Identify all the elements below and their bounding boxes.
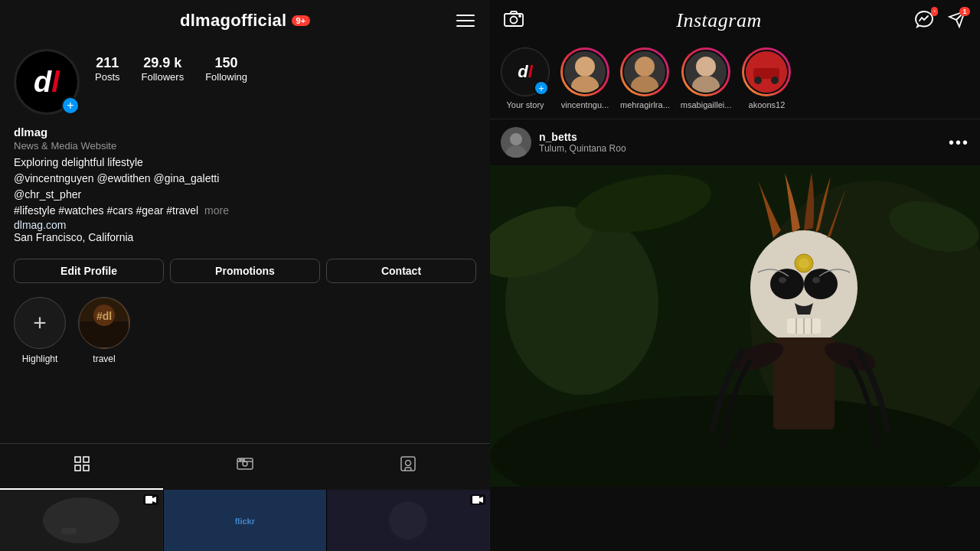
post-avatar (501, 127, 531, 158)
story-label-2: mehragirlra... (620, 100, 670, 109)
profile-name: dlmag (14, 126, 476, 139)
bio-tags: #lifestyle #watches #cars #gear #travel … (14, 203, 476, 219)
svg-point-11 (240, 459, 241, 461)
messenger-icon[interactable]: · (914, 10, 934, 31)
tab-grid[interactable] (0, 444, 163, 490)
followers-stat[interactable]: 29.9 k Followers (142, 55, 185, 83)
following-stat[interactable]: 150 Following (205, 55, 247, 83)
story-item-3[interactable]: msabigaillei... (681, 47, 732, 109)
story-item-2[interactable]: mehragirlra... (620, 47, 670, 109)
svg-point-34 (575, 57, 595, 77)
svg-point-19 (43, 497, 119, 543)
bio-more[interactable]: more (204, 204, 229, 217)
video-icon-2 (470, 494, 485, 505)
thumb-1[interactable] (0, 490, 163, 551)
story-avatar-2 (620, 47, 669, 96)
story-avatar-3 (681, 47, 730, 96)
svg-point-30 (511, 17, 518, 24)
travel-highlight-circle: #dl (78, 297, 130, 349)
thumb-2[interactable]: flickr (163, 490, 327, 551)
svg-line-16 (411, 468, 412, 471)
svg-rect-5 (83, 457, 89, 462)
story-item-4[interactable]: akoons12 (742, 47, 791, 109)
svg-line-15 (405, 468, 406, 471)
bio-section: dlmag News & Media Website Exploring del… (0, 126, 490, 253)
post-image-svg (490, 165, 980, 487)
svg-point-31 (519, 15, 521, 17)
add-highlight-item[interactable]: + Highlight (14, 297, 66, 364)
bio-location: San Francisco, California (14, 231, 476, 243)
tab-tagged[interactable] (327, 444, 490, 490)
stories-row: dl + Your story vincentngu... (490, 41, 980, 119)
your-story-label: Your story (506, 100, 544, 109)
followers-count: 29.9 k (143, 55, 181, 71)
right-header: Instagram · 1 (490, 0, 980, 41)
svg-point-35 (571, 76, 599, 93)
edit-profile-button[interactable]: Edit Profile (14, 259, 164, 283)
svg-point-64 (799, 258, 809, 269)
svg-marker-28 (479, 497, 483, 503)
bio-link[interactable]: dlmag.com (14, 219, 476, 231)
svg-rect-21 (145, 496, 152, 504)
post-header: n_betts Tulum, Quintana Roo ••• (490, 119, 980, 165)
svg-rect-27 (472, 496, 479, 504)
avatar-wrapper: dl + (14, 49, 80, 115)
following-count: 150 (215, 55, 238, 71)
story-avatar-1 (560, 47, 609, 96)
post-location: Tulum, Quintana Roo (539, 143, 626, 154)
svg-point-26 (389, 501, 427, 540)
story-avatar-4 (742, 47, 791, 96)
svg-rect-13 (401, 457, 415, 471)
post-username: n_betts (539, 131, 626, 143)
add-highlight-circle: + (14, 297, 66, 349)
post-more-button[interactable]: ••• (949, 134, 969, 152)
travel-highlight-image: #dl (80, 298, 129, 347)
bio-line1: Exploring delightful lifestyle (14, 155, 476, 171)
svg-point-56 (804, 269, 838, 299)
profile-username: dlmagofficial (180, 11, 287, 31)
svg-point-58 (812, 277, 820, 283)
contact-button[interactable]: Contact (326, 259, 476, 283)
story-label-3: msabigaillei... (681, 100, 732, 109)
tab-reels[interactable] (163, 444, 326, 490)
grid-icon (73, 455, 91, 478)
app-title: Instagram (676, 9, 761, 32)
story-item-1[interactable]: vincentngu... (560, 47, 609, 109)
post-user-info: n_betts Tulum, Quintana Roo (501, 127, 626, 158)
travel-highlight-item[interactable]: #dl travel (78, 297, 130, 364)
posts-label: Posts (95, 71, 120, 83)
reels-icon (236, 455, 254, 478)
highlight-label: Highlight (22, 354, 58, 364)
action-buttons: Edit Profile Promotions Contact (0, 253, 490, 294)
video-icon (143, 494, 158, 505)
right-panel: Instagram · 1 dl (490, 0, 980, 551)
header-icons: · 1 (914, 10, 966, 31)
svg-rect-4 (75, 457, 80, 462)
profile-section: dl + 211 Posts 29.9 k Followers 150 Foll… (0, 41, 490, 126)
send-icon[interactable]: 1 (948, 10, 966, 31)
camera-icon[interactable] (504, 10, 524, 31)
left-header: dlmagofficial 9+ (0, 0, 490, 41)
svg-point-36 (635, 57, 655, 77)
send-badge: 1 (959, 7, 970, 16)
thumb-3[interactable] (326, 490, 490, 551)
story-item-your[interactable]: dl + Your story (501, 47, 550, 109)
svg-point-57 (779, 277, 786, 283)
svg-text:flickr: flickr (234, 517, 255, 526)
svg-point-55 (770, 269, 804, 299)
bio-line3: @chr_st_pher (14, 187, 476, 203)
menu-button[interactable] (456, 15, 475, 27)
add-story-button[interactable]: + (61, 96, 80, 115)
stats-section: 211 Posts 29.9 k Followers 150 Following (95, 49, 476, 83)
svg-point-42 (754, 77, 762, 84)
svg-rect-20 (61, 528, 77, 534)
svg-point-9 (243, 461, 247, 466)
promotions-button[interactable]: Promotions (170, 259, 320, 283)
tab-bar (0, 443, 490, 490)
travel-label: travel (93, 354, 115, 364)
svg-point-14 (406, 461, 411, 466)
photo-grid-preview: flickr (0, 490, 490, 551)
bio-line2: @vincentnguyen @ewdithen @gina_galetti (14, 171, 476, 187)
your-story-avatar: dl + (501, 47, 550, 96)
post-image (490, 165, 980, 487)
